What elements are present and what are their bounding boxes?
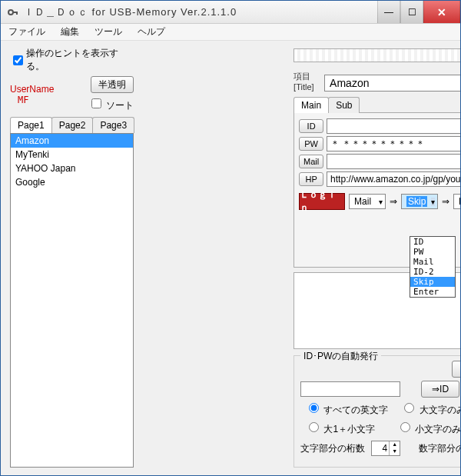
close-button[interactable]: ✕ [423, 1, 460, 23]
radio-mix-case[interactable]: 大1＋小文字 [305, 420, 375, 436]
option[interactable]: ID [410, 237, 455, 247]
pw-label: PW [299, 137, 323, 151]
auto-issue-group: ID･PWの自動発行 発行 ⇒ID ⇒PW コピー すべての英文字 [294, 355, 461, 468]
option[interactable]: Skip [410, 277, 455, 287]
hp-label: HP [299, 172, 323, 186]
tab-page3[interactable]: Page3 [92, 117, 134, 133]
to-id-button[interactable]: ⇒ID [421, 381, 459, 398]
menu-file[interactable]: ファイル [8, 25, 45, 38]
list-item[interactable]: Google [11, 175, 133, 189]
menu-help[interactable]: ヘルプ [138, 25, 165, 38]
issue-output[interactable] [300, 381, 400, 397]
tab-sub[interactable]: Sub [328, 97, 360, 113]
radio-upper-only[interactable]: 大文字のみ [400, 401, 461, 417]
mail-label: Mail [299, 155, 323, 168]
arrow-icon: ⇒ [442, 196, 449, 207]
titlebar: ＩＤ＿Ｄｏｃ for USB-Memory Ver.2.1.1.0 — ☐ ✕ [1, 1, 460, 24]
title-field-label: 項目 [Title] [294, 71, 324, 92]
hint-checkbox[interactable] [13, 55, 23, 65]
issue-button[interactable]: 発行 [452, 361, 461, 378]
username-value: MF [18, 95, 54, 105]
option[interactable]: Enter [410, 287, 455, 297]
login-button[interactable]: Ｌｏｇｉｎ [299, 193, 345, 210]
seq-step2-select[interactable]: Skip [401, 194, 438, 209]
menu-tools[interactable]: ツール [95, 25, 122, 38]
option[interactable]: Mail [410, 257, 455, 267]
pw-input[interactable] [327, 136, 461, 151]
main-panel: ID コピー [Main] PW コピー Mail コピー [294, 112, 461, 268]
entry-list[interactable]: Amazon MyTenki YAHOO Japan Google [10, 133, 134, 468]
seq-step3-select[interactable]: PW [453, 194, 461, 209]
letters-len-label: 文字部分の桁数 [300, 442, 365, 455]
sort-label: ソート [106, 100, 134, 111]
tab-main[interactable]: Main [294, 97, 329, 113]
svg-rect-2 [16, 12, 18, 15]
id-label: ID [299, 119, 323, 133]
sort-checkbox[interactable] [91, 98, 101, 108]
letters-len-spinner[interactable]: ▲▼ [371, 441, 400, 456]
list-item[interactable]: Amazon [11, 134, 133, 148]
hint-label: 操作のヒントを表示する。 [26, 47, 134, 73]
option[interactable]: ID-2 [410, 267, 455, 277]
progress-bar [294, 48, 461, 62]
menubar: ファイル 編集 ツール ヘルプ [1, 24, 460, 41]
radio-all-letters[interactable]: すべての英文字 [305, 401, 388, 417]
radio-lower-only[interactable]: 小文字のみ [396, 420, 461, 436]
minimize-button[interactable]: — [377, 1, 400, 23]
auto-issue-legend: ID･PWの自動発行 [300, 350, 381, 363]
semitransparent-button[interactable]: 半透明 [91, 76, 134, 93]
mail-input[interactable] [327, 154, 461, 169]
key-icon [7, 6, 19, 18]
window-title: ＩＤ＿Ｄｏｃ for USB-Memory Ver.2.1.1.0 [24, 5, 377, 19]
seq-step1-select[interactable]: Mail [349, 194, 386, 209]
title-input[interactable] [324, 75, 461, 92]
digits-len-label: 数字部分の桁数 [419, 442, 461, 455]
hp-input[interactable] [327, 171, 461, 187]
id-input[interactable] [327, 118, 461, 134]
arrow-icon: ⇒ [390, 196, 397, 207]
option[interactable]: PW [410, 247, 455, 257]
page-tabs: Page1 Page2 Page3 [10, 117, 134, 133]
maximize-button[interactable]: ☐ [400, 1, 423, 23]
username-label: UserName [10, 84, 54, 95]
menu-edit[interactable]: 編集 [61, 25, 79, 38]
list-item[interactable]: YAHOO Japan [11, 161, 133, 175]
tab-page1[interactable]: Page1 [10, 117, 52, 133]
tab-page2[interactable]: Page2 [51, 117, 94, 133]
seq-step2-options[interactable]: ID PW Mail ID-2 Skip Enter [410, 236, 456, 298]
app-window: ＩＤ＿Ｄｏｃ for USB-Memory Ver.2.1.1.0 — ☐ ✕ … [0, 0, 461, 476]
list-item[interactable]: MyTenki [11, 148, 133, 161]
